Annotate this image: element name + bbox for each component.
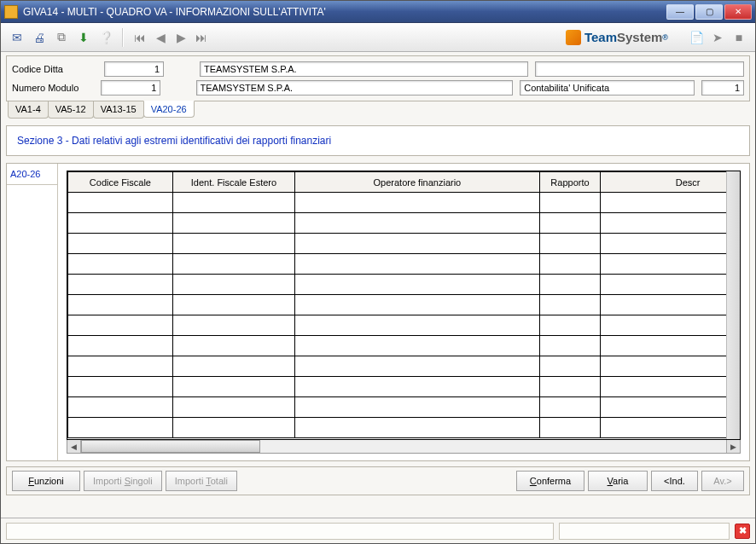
- brand-text-system: System: [617, 30, 662, 44]
- table-row[interactable]: [68, 336, 727, 356]
- table-row[interactable]: [68, 234, 727, 254]
- funzioni-button[interactable]: Funzioni: [12, 471, 80, 491]
- table-row[interactable]: [68, 418, 727, 438]
- numero-modulo-input[interactable]: [101, 80, 160, 95]
- print-icon[interactable]: 🖨: [30, 28, 49, 47]
- tab-va1-4[interactable]: VA1-4: [8, 101, 49, 119]
- status-right: [559, 523, 730, 540]
- company1-input[interactable]: [200, 61, 528, 77]
- conferma-button[interactable]: Conferma: [516, 471, 584, 491]
- nav-first-icon[interactable]: ⏮: [131, 28, 149, 47]
- header-fields-panel: Codice Ditta Numero Modulo: [6, 55, 750, 101]
- hscroll-thumb[interactable]: [81, 440, 260, 453]
- table-row[interactable]: [68, 397, 727, 418]
- document-icon[interactable]: 📄: [687, 28, 706, 47]
- table-row[interactable]: [68, 193, 727, 213]
- importi-totali-button[interactable]: Importi Totali: [166, 471, 237, 491]
- col-codice-fiscale[interactable]: Codice Fiscale: [68, 172, 173, 193]
- table-row[interactable]: [68, 254, 727, 275]
- tab-va5-12[interactable]: VA5-12: [48, 101, 94, 119]
- brand-text-team: Team: [584, 30, 617, 44]
- app-icon: [4, 5, 18, 19]
- minimize-button[interactable]: —: [666, 4, 694, 20]
- help-icon[interactable]: ❔: [96, 28, 115, 47]
- side-tab-a20-26[interactable]: A20-26: [7, 164, 57, 185]
- col-ident-fiscale-estero[interactable]: Ident. Fiscale Estero: [172, 172, 294, 193]
- codice-ditta-label: Codice Ditta: [12, 64, 97, 74]
- window-close-button[interactable]: ✕: [724, 4, 752, 20]
- tab-va20-26[interactable]: VA20-26: [143, 101, 195, 118]
- tab-strip: VA1-4 VA5-12 VA13-15 VA20-26: [6, 101, 750, 119]
- av-button[interactable]: Av.>: [701, 471, 744, 491]
- forward-icon[interactable]: ➤: [708, 28, 727, 47]
- status-left: [6, 523, 554, 540]
- col-rapporto[interactable]: Rapporto: [539, 172, 601, 193]
- table-row[interactable]: [68, 213, 727, 234]
- table-row[interactable]: [68, 356, 727, 377]
- stop-icon[interactable]: ■: [730, 28, 748, 47]
- table-row[interactable]: [68, 295, 727, 315]
- ind-button[interactable]: <Ind.: [651, 471, 698, 491]
- mail-icon[interactable]: ✉: [8, 28, 26, 47]
- col-descr[interactable]: Descr: [601, 172, 726, 193]
- horizontal-scrollbar[interactable]: ◀ ▶: [67, 440, 741, 454]
- content-area: Codice Ditta Numero Modulo VA1-4 VA5-12 …: [1, 52, 755, 518]
- copy-icon[interactable]: ⧉: [52, 28, 71, 47]
- nav-prev-icon[interactable]: ◀: [151, 28, 170, 47]
- brand-logo: TeamSystem®: [566, 30, 668, 45]
- window-titlebar: GIVA14 - MULTI - QUADRO VA - INFORMAZION…: [1, 1, 755, 23]
- section-box: Sezione 3 - Dati relativi agli estremi i…: [6, 125, 750, 156]
- hscroll-left-arrow[interactable]: ◀: [67, 440, 81, 453]
- company2-input[interactable]: [196, 80, 514, 95]
- vertical-scrollbar[interactable]: [726, 171, 740, 439]
- grid-scroll: Codice Fiscale Ident. Fiscale Estero Ope…: [67, 171, 741, 440]
- table-row[interactable]: [68, 377, 727, 397]
- status-close-icon[interactable]: ✖: [735, 524, 750, 539]
- tab-va13-15[interactable]: VA13-15: [93, 101, 144, 119]
- grid-panel: A20-26 Codice Fiscale Ident. Fiscale Est…: [6, 163, 750, 461]
- funzioni-label: unzioni: [34, 476, 64, 486]
- col-operatore-finanziario[interactable]: Operatore finanziario: [295, 172, 540, 193]
- window-title: GIVA14 - MULTI - QUADRO VA - INFORMAZION…: [23, 6, 665, 18]
- contabilita-num-input[interactable]: [701, 80, 744, 95]
- section-title: Sezione 3 - Dati relativi agli estremi i…: [17, 135, 739, 147]
- nav-last-icon[interactable]: ⏭: [192, 28, 211, 47]
- contabilita-input[interactable]: [520, 80, 695, 95]
- brand-icon: [566, 30, 581, 45]
- brand-reg: ®: [662, 33, 668, 42]
- side-tabs: A20-26: [7, 164, 58, 460]
- download-icon[interactable]: ⬇: [74, 28, 93, 47]
- codice-ditta-input[interactable]: [104, 61, 164, 77]
- table-row[interactable]: [68, 315, 727, 336]
- footer-bar: Funzioni Importi Singoli Importi Totali …: [6, 466, 750, 495]
- hscroll-right-arrow[interactable]: ▶: [726, 440, 740, 453]
- table-row[interactable]: [68, 275, 727, 295]
- numero-modulo-label: Numero Modulo: [12, 83, 94, 93]
- status-bar: ✖: [1, 518, 755, 543]
- main-toolbar: ✉ 🖨 ⧉ ⬇ ❔ ⏮ ◀ ▶ ⏭ TeamSystem® 📄 ➤ ■: [1, 23, 755, 52]
- nav-next-icon[interactable]: ▶: [172, 28, 190, 47]
- maximize-button[interactable]: ▢: [695, 4, 723, 20]
- varia-button[interactable]: Varia: [588, 471, 648, 491]
- company1-extra-input[interactable]: [535, 61, 744, 77]
- data-grid[interactable]: Codice Fiscale Ident. Fiscale Estero Ope…: [67, 171, 726, 438]
- importi-singoli-button[interactable]: Importi Singoli: [84, 471, 162, 491]
